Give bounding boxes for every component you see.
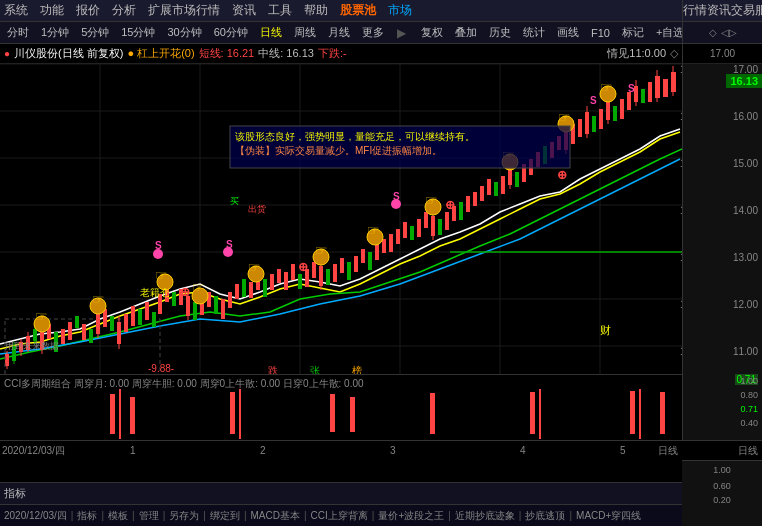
svg-rect-65 [298,274,302,289]
svg-rect-39 [124,314,128,332]
svg-rect-183 [530,392,535,434]
svg-rect-70 [326,269,330,285]
menu-tools[interactable]: 工具 [268,2,292,19]
svg-text:☞: ☞ [315,242,328,258]
svg-rect-117 [620,99,624,119]
tb-15min[interactable]: 15分钟 [118,24,158,41]
status-macd-label: MACD基本 [250,509,299,523]
menu-quote[interactable]: 报价 [76,2,100,19]
svg-rect-187 [660,392,665,434]
svg-text:☞: ☞ [155,267,168,283]
right-period: 日线 [738,444,758,458]
tb-reinstate[interactable]: 复权 [418,24,446,41]
svg-text:⊕: ⊕ [298,260,308,274]
stock-price-short: 短线: 16.21 [199,46,255,61]
svg-rect-55 [228,292,232,308]
svg-text:S: S [628,83,635,94]
svg-text:☞: ☞ [248,259,261,275]
time-label-1: 1 [130,445,136,456]
svg-rect-180 [330,394,335,432]
tb-mark[interactable]: 标记 [619,24,647,41]
svg-rect-112 [592,116,596,132]
svg-rect-175 [110,394,115,434]
menu-stockpool[interactable]: 股票池 [340,2,376,19]
svg-rect-29 [68,322,72,340]
svg-rect-46 [172,292,176,306]
chart-main-area[interactable]: ⊕ ⊕ ⊕ ⊕ ☞ ☞ ☞ ☞ ☞ ☞ ☞ ☞ ☞ ☞ ☞ S S S S S … [0,64,682,440]
tb-1min[interactable]: 1分钟 [38,24,72,41]
svg-rect-31 [82,324,86,340]
right-panel-info: 17.00 [710,48,735,59]
svg-text:☞: ☞ [367,222,380,238]
svg-text:该股形态良好，强势明显，量能充足，可以继续持有。: 该股形态良好，强势明显，量能充足，可以继续持有。 [235,131,475,142]
svg-rect-96 [501,176,505,194]
time-label-5: 5 [620,445,626,456]
svg-rect-56 [235,284,239,299]
tb-weekly[interactable]: 周线 [291,24,319,41]
menu-analysis[interactable]: 分析 [112,2,136,19]
svg-text:S: S [590,95,597,106]
time-label-2: 2 [260,445,266,456]
tb-more[interactable]: 更多 [359,24,387,41]
tb-history[interactable]: 历史 [486,24,514,41]
svg-rect-75 [361,249,365,263]
svg-rect-76 [368,252,372,270]
right-menu-news[interactable]: 资讯 [707,2,731,19]
status-indicators-label: 指标 [77,509,97,523]
svg-rect-125 [663,79,668,97]
svg-rect-63 [284,272,288,290]
svg-rect-181 [350,397,355,432]
status-saveas-label: 另存为 [169,509,199,523]
stock-price-mid: 中线: 16.13 [258,46,314,61]
tb-draw[interactable]: 画线 [554,24,582,41]
tb-5min[interactable]: 5分钟 [78,24,112,41]
menu-market[interactable]: 市场 [388,2,412,19]
status-escape-label: 抄底逃顶 [525,509,565,523]
right-menu-trade[interactable]: 交易 [731,2,755,19]
svg-rect-93 [480,186,484,201]
tb-f10[interactable]: F10 [588,26,613,40]
tb-monthly[interactable]: 月线 [325,24,353,41]
svg-rect-78 [382,239,386,253]
svg-rect-118 [627,92,631,110]
menu-system[interactable]: 系统 [4,2,28,19]
svg-rect-30 [75,316,79,328]
tb-30min[interactable]: 30分钟 [165,24,205,41]
svg-rect-61 [270,274,274,290]
right-menu-service[interactable]: 服务 [755,2,762,19]
status-macd4-label: MACD+穿四线 [576,509,641,523]
time-label-4: 4 [520,445,526,456]
svg-rect-60 [263,279,267,297]
menu-function[interactable]: 功能 [40,2,64,19]
svg-rect-182 [430,393,435,434]
time-axis: 2020/12/03/四 1 2 3 4 5 日线 [0,440,682,460]
tb-daily[interactable]: 日线 [257,24,285,41]
menu-info[interactable]: 资讯 [232,2,256,19]
menu-help[interactable]: 帮助 [304,2,328,19]
menu-extend[interactable]: 扩展市场行情 [148,2,220,19]
svg-text:买: 买 [230,196,239,206]
svg-rect-42 [145,302,149,320]
tb-stats[interactable]: 统计 [520,24,548,41]
svg-rect-77 [375,244,379,260]
bottom-toolbar: 指标 | 模板 | 管理 | 另存为 | 绑定到 | MACD基本 | CCI上… [0,482,682,504]
svg-rect-57 [242,279,246,297]
svg-text:⊕: ⊕ [557,168,567,182]
right-menu-quotes[interactable]: 行情 [683,2,707,19]
tb-60min[interactable]: 60分钟 [211,24,251,41]
svg-text:S: S [155,240,162,251]
svg-rect-87 [438,219,442,235]
svg-rect-82 [410,226,414,240]
svg-text:☞: ☞ [35,308,48,324]
svg-rect-80 [396,229,400,244]
svg-rect-121 [641,89,645,103]
tb-overlay[interactable]: 叠加 [452,24,480,41]
svg-text:财: 财 [600,324,611,336]
svg-rect-91 [466,196,470,212]
svg-rect-185 [630,391,635,434]
svg-rect-67 [312,262,316,278]
tb-realtime[interactable]: 分时 [4,24,32,41]
svg-text:S: S [226,239,233,250]
svg-rect-53 [214,296,218,314]
bottom-indicators[interactable]: 指标 [0,482,682,504]
